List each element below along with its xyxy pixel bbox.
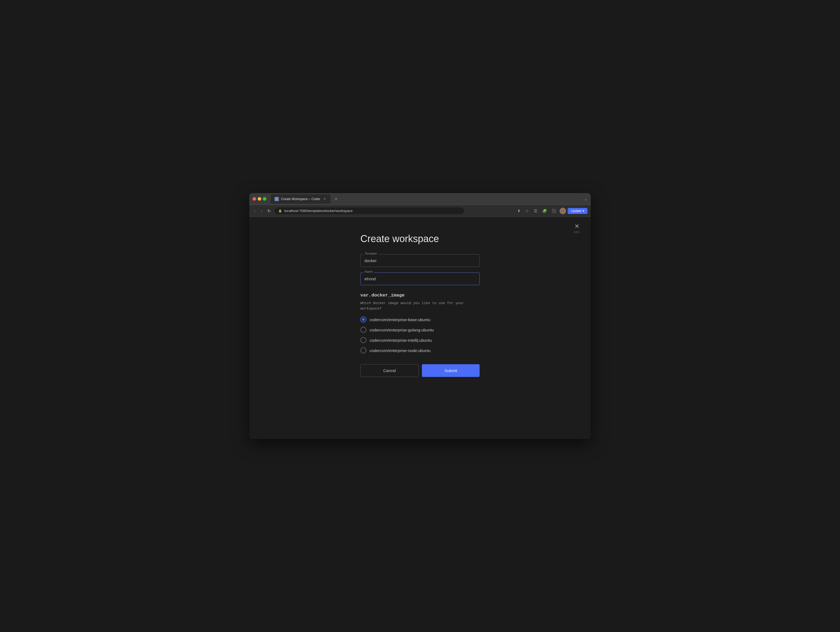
name-field-group: Name [360,273,480,285]
forward-button[interactable]: › [259,208,264,214]
maximize-traffic-light[interactable] [263,197,266,201]
page-content: ✕ ESC Create workspace Template Name var… [249,217,591,439]
submit-button[interactable]: Submit [422,364,480,377]
reader-icon[interactable]: ☰ [532,208,539,214]
template-field-label: Template [364,252,378,255]
var-description: Which Docker image would you like to use… [360,301,480,311]
sidebar-icon[interactable]: ⬛ [550,208,558,214]
radio-option-2[interactable]: codercom/enterprise-intellij:ubuntu [360,337,480,343]
minimize-traffic-light[interactable] [258,197,261,201]
nav-bar: ‹ › ↻ 🔒 localhost:7080/templates/docker/… [249,205,591,217]
template-field-group: Template [360,254,480,267]
tab-title: Create Workspace – Coder [281,197,320,201]
tab-favicon-text: C [276,198,278,200]
radio-label-1: codercom/enterprise-golang:ubuntu [369,328,434,332]
radio-circle-0 [360,317,366,323]
template-input[interactable] [360,254,480,267]
update-button-label: Update [571,209,581,213]
name-field-label: Name [364,270,374,273]
radio-label-0: codercom/enterprise-base:ubuntu [369,317,430,322]
form-button-row: Cancel Submit [360,364,480,377]
extension-icon[interactable]: 🧩 [541,208,548,214]
var-title: var.docker_image [360,293,480,298]
back-button[interactable]: ‹ [253,208,257,214]
create-workspace-form: Create workspace Template Name var.docke… [360,233,480,377]
radio-option-1[interactable]: codercom/enterprise-golang:ubuntu [360,327,480,333]
radio-circle-3 [360,347,366,353]
update-chevron-icon: ▾ [583,209,584,213]
bookmark-icon[interactable]: ☆ [524,208,531,214]
close-esc-label: ESC [574,230,580,234]
tab-favicon: C [275,197,279,201]
window-chevron-icon[interactable]: ⌄ [584,197,587,201]
close-x-icon: ✕ [575,224,579,229]
user-avatar[interactable] [559,208,566,214]
radio-option-3[interactable]: codercom/enterprise-node:ubuntu [360,347,480,353]
cancel-button[interactable]: Cancel [360,364,418,377]
close-esc-button[interactable]: ✕ ESC [574,224,580,234]
traffic-lights [253,197,266,201]
title-bar-right: ⌄ [584,197,587,201]
title-bar: C Create Workspace – Coder ✕ + ⌄ [249,193,591,205]
radio-label-3: codercom/enterprise-node:ubuntu [369,348,431,353]
close-traffic-light[interactable] [253,197,256,201]
docker-image-var-section: var.docker_image Which Docker image woul… [360,293,480,353]
new-tab-button[interactable]: + [332,195,340,203]
page-title: Create workspace [360,233,480,244]
browser-window: C Create Workspace – Coder ✕ + ⌄ ‹ › ↻ 🔒… [249,193,591,439]
radio-circle-2 [360,337,366,343]
share-icon[interactable]: ⬆ [516,208,522,214]
radio-circle-1 [360,327,366,333]
address-bar[interactable]: 🔒 localhost:7080/templates/docker/worksp… [275,207,464,214]
radio-label-2: codercom/enterprise-intellij:ubuntu [369,338,432,342]
refresh-button[interactable]: ↻ [266,208,272,214]
update-button[interactable]: Update ▾ [568,208,587,214]
active-tab[interactable]: C Create Workspace – Coder ✕ [271,194,331,203]
address-url: localhost:7080/templates/docker/workspac… [284,209,352,213]
tab-area: C Create Workspace – Coder ✕ + [271,194,582,203]
docker-image-radio-group: codercom/enterprise-base:ubuntu codercom… [360,317,480,353]
radio-option-0[interactable]: codercom/enterprise-base:ubuntu [360,317,480,323]
tab-close-btn[interactable]: ✕ [322,197,327,201]
nav-right-icons: ⬆ ☆ ☰ 🧩 ⬛ Update ▾ [516,208,587,214]
lock-icon: 🔒 [278,209,282,213]
name-input[interactable] [360,273,480,285]
